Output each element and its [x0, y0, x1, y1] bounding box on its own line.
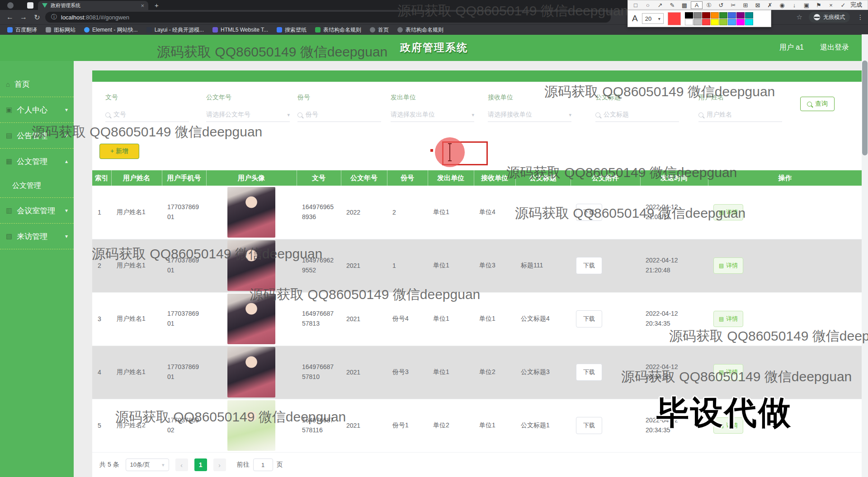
- tab-close-icon[interactable]: ×: [141, 2, 144, 9]
- copy-icon[interactable]: ⊞: [740, 2, 751, 9]
- address-bar[interactable]: ⓘ localhost:8081/#/gongwen: [45, 12, 611, 23]
- filter-field-username: 用户姓名用户姓名: [698, 94, 782, 122]
- header-user[interactable]: 用户 a1: [779, 43, 804, 52]
- bookmark-item[interactable]: Layui - 经典开源模...: [146, 26, 204, 34]
- color-swatch[interactable]: [685, 12, 693, 19]
- bookmark-item[interactable]: Element - 网站快...: [84, 26, 138, 34]
- save-icon[interactable]: ▣: [801, 2, 812, 9]
- forward-button[interactable]: →: [18, 13, 29, 21]
- bookmark-item[interactable]: 图标网站: [46, 26, 75, 34]
- download-button[interactable]: 下载: [576, 417, 602, 434]
- color-swatch[interactable]: [711, 19, 719, 25]
- search-button[interactable]: 查询: [800, 97, 835, 111]
- prev-page-button[interactable]: ‹: [175, 458, 188, 471]
- scrollbar-thumb[interactable]: [862, 61, 868, 155]
- color-swatch[interactable]: [719, 12, 727, 19]
- color-swatch[interactable]: [702, 19, 710, 25]
- pin-icon[interactable]: ✗: [764, 2, 776, 9]
- current-color-swatch[interactable]: [668, 12, 681, 25]
- confirm-icon[interactable]: ✓: [837, 2, 849, 9]
- filter-select-sender[interactable]: 请选择发出单位▾: [391, 108, 474, 122]
- detail-button[interactable]: ▤详情: [713, 311, 743, 327]
- sidebar-item-公文管理[interactable]: ▦公文管理▴: [0, 149, 74, 174]
- logout-link[interactable]: 退出登录: [820, 43, 849, 52]
- color-swatch[interactable]: [745, 12, 753, 19]
- color-swatch[interactable]: [702, 12, 710, 19]
- color-swatch[interactable]: [736, 12, 745, 19]
- bookmark-star-icon[interactable]: ☆: [797, 13, 802, 21]
- color-swatch[interactable]: [719, 19, 727, 25]
- bookmark-item[interactable]: 百度翻译: [7, 26, 37, 34]
- arrow-tool-icon[interactable]: ↗: [654, 2, 666, 9]
- next-page-button[interactable]: ›: [213, 458, 226, 471]
- sidebar-item-个人中心[interactable]: ▣个人中心▾: [0, 97, 74, 122]
- detail-button[interactable]: ▤详情: [713, 257, 743, 274]
- ellipse-tool-icon[interactable]: ○: [642, 2, 654, 9]
- pinned-tab-icon[interactable]: [27, 2, 33, 9]
- bookmark-item[interactable]: HTML5 Website T...: [212, 27, 268, 33]
- bookmark-item[interactable]: 表结构命名规则: [397, 26, 443, 34]
- undo-icon[interactable]: ↺: [715, 2, 727, 9]
- download-button[interactable]: 下载: [576, 257, 602, 274]
- download-icon[interactable]: ↓: [788, 2, 800, 9]
- filter-input-title[interactable]: 公文标题: [595, 108, 679, 122]
- chevron-down-icon: ▾: [569, 112, 571, 118]
- cell-username: 用户姓名1: [111, 292, 162, 346]
- color-swatch[interactable]: [728, 19, 736, 25]
- site-info-icon[interactable]: ⓘ: [51, 13, 57, 21]
- document-icon: ▤: [719, 262, 724, 269]
- sidebar-item-会议室管理[interactable]: ▥会议室管理▾: [0, 198, 74, 223]
- mosaic-tool-icon[interactable]: ▩: [679, 2, 690, 9]
- color-swatch[interactable]: [711, 12, 719, 19]
- add-button[interactable]: + 新增: [99, 144, 139, 159]
- sidebar-item-公告管理[interactable]: ▤公告管理▾: [0, 123, 74, 148]
- filter-input-username[interactable]: 用户姓名: [698, 108, 782, 122]
- detail-button[interactable]: ▤详情: [713, 417, 743, 434]
- detail-button[interactable]: ▤详情: [713, 204, 743, 220]
- color-swatch[interactable]: [693, 19, 702, 25]
- sidebar-subitem-公文管理[interactable]: 公文管理: [0, 174, 74, 197]
- current-page-button[interactable]: 1: [194, 458, 207, 471]
- color-swatch[interactable]: [685, 19, 693, 25]
- detail-button[interactable]: ▤详情: [713, 364, 743, 380]
- scrollbar[interactable]: [862, 34, 868, 477]
- chevron-down-icon: ▾: [472, 112, 474, 118]
- cut-icon[interactable]: ✂: [727, 2, 739, 9]
- bookmark-item[interactable]: 搜索壁纸: [277, 26, 307, 34]
- back-button[interactable]: ←: [5, 13, 15, 21]
- new-tab-button[interactable]: +: [155, 1, 159, 9]
- sidebar-item-首页[interactable]: ⌂首页: [0, 71, 74, 97]
- download-button[interactable]: 下载: [576, 310, 602, 327]
- filter-select-receiver[interactable]: 请选择接收单位▾: [488, 108, 571, 122]
- bookmark-item[interactable]: 首页: [370, 26, 389, 34]
- deselect-icon[interactable]: ⊠: [752, 2, 764, 9]
- text-tool-icon[interactable]: A: [691, 1, 703, 9]
- browser-menu-icon[interactable]: ⋮: [857, 14, 863, 21]
- close-icon[interactable]: ×: [825, 2, 837, 9]
- color-swatch[interactable]: [745, 19, 753, 25]
- color-swatch[interactable]: [693, 12, 702, 19]
- record-icon[interactable]: ◉: [776, 2, 788, 9]
- browser-profile-icon[interactable]: [7, 2, 14, 9]
- color-swatch[interactable]: [736, 19, 745, 25]
- goto-page-input[interactable]: 1: [253, 458, 273, 471]
- pen-tool-icon[interactable]: ✎: [666, 2, 678, 9]
- filter-select-nianhao[interactable]: 请选择公文年号▾: [206, 108, 290, 122]
- download-button[interactable]: 下载: [576, 364, 602, 381]
- reload-button[interactable]: ↻: [32, 13, 42, 22]
- cell-username: 用户姓名2: [111, 399, 162, 452]
- font-size-select[interactable]: 20 ▾: [642, 13, 664, 24]
- sidebar-item-来访管理[interactable]: ▧来访管理▾: [0, 224, 74, 249]
- browser-tab[interactable]: 政府管理系统 ×: [38, 1, 148, 10]
- rect-tool-icon[interactable]: □: [630, 2, 642, 9]
- color-swatch[interactable]: [728, 12, 736, 19]
- done-button[interactable]: 完成: [850, 1, 862, 9]
- flag-icon[interactable]: ⚑: [813, 2, 825, 9]
- step-number-tool-icon[interactable]: ①: [703, 2, 715, 9]
- filter-input-fenhao[interactable]: 份号: [297, 108, 381, 122]
- cell-avatar: [206, 239, 297, 292]
- bookmark-item[interactable]: 表结构命名规则: [315, 26, 361, 34]
- download-button[interactable]: 下载: [576, 204, 602, 221]
- filter-input-wenhao[interactable]: 文号: [105, 108, 189, 122]
- page-size-select[interactable]: 10条/页 ▾: [126, 458, 169, 471]
